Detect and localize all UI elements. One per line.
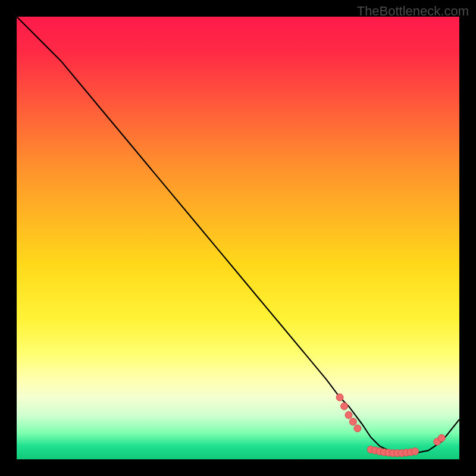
data-marker: [345, 412, 352, 419]
bottleneck-curve: [17, 17, 459, 453]
data-marker: [354, 425, 361, 432]
watermark-text: TheBottleneck.com: [357, 4, 469, 19]
data-marker: [438, 434, 445, 441]
data-marker: [341, 403, 348, 410]
chart-svg: [17, 17, 459, 459]
data-marker: [336, 394, 343, 401]
data-markers: [336, 394, 445, 457]
data-marker: [412, 448, 419, 455]
plot-area: [17, 17, 459, 459]
data-marker: [349, 418, 356, 425]
